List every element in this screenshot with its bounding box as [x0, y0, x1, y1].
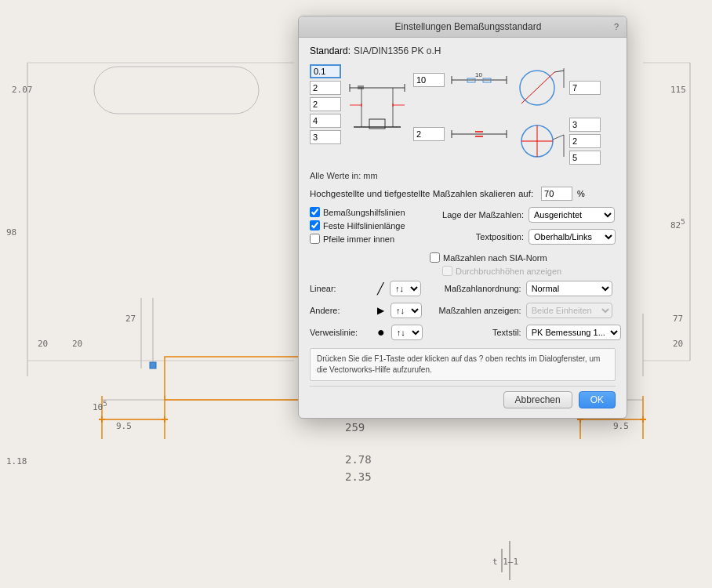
preview-input-2mid[interactable]: [413, 127, 445, 141]
bp-dim-9-5-right: 9.5: [613, 421, 629, 431]
preview-input-7[interactable]: [569, 81, 601, 95]
cb-bemassung-label[interactable]: Bemaßungshilfslinien: [323, 208, 405, 217]
bp-dim-105: 105: [93, 400, 107, 412]
dialog-title: Einstellungen Bemaßungsstandard: [322, 21, 614, 32]
standard-row: Standard: SIA/DIN1356 PK o.H: [310, 45, 616, 56]
preview-input-2a[interactable]: [310, 81, 341, 95]
textpos-row: Textposition: Oberhalb/Links Unterhalb/R…: [430, 229, 616, 245]
controls-right: Maßzahlanordnung: Normal Gestapelt Laufe…: [427, 281, 621, 343]
linear-select[interactable]: ↑↓: [390, 281, 421, 296]
lage-row: Lage der Maßzahlen: Ausgerichtet Horizon…: [430, 207, 616, 223]
preview-input-4[interactable]: [310, 114, 341, 128]
bp-dim-77: 77: [673, 314, 683, 324]
lage-label: Lage der Maßzahlen:: [430, 210, 524, 220]
diagram-middle: 10: [413, 64, 510, 146]
cb-sia-label[interactable]: Maßzahlen nach SIA-Norm: [443, 253, 547, 263]
dialog-titlebar: Einstellungen Bemaßungsstandard ?: [299, 16, 627, 38]
cb-pfeile-label[interactable]: Pfeile immer innen: [323, 234, 394, 244]
bp-dim-20-right: 20: [673, 339, 683, 349]
scale-input[interactable]: [541, 187, 572, 201]
ok-button[interactable]: OK: [579, 391, 616, 408]
cb-durch-label: Durchbruchhöhen anzeigen: [456, 267, 561, 276]
preview-input-2b[interactable]: [310, 97, 341, 111]
massordnung-label: Maßzahlanordnung:: [427, 284, 521, 293]
scale-row: Hochgestellte und tiefgestellte Maßzahle…: [310, 187, 616, 201]
andere-select[interactable]: ↑↓: [391, 303, 422, 318]
preview-input-2r[interactable]: [569, 134, 601, 148]
cb-feste-input[interactable]: [310, 220, 320, 230]
massanzeigen-select: Beide Einheiten: [526, 303, 612, 318]
dialog: Einstellungen Bemaßungsstandard ? Standa…: [298, 16, 627, 419]
bp-dim-20-left: 20: [38, 339, 48, 349]
verweislinie-icon: ●: [377, 325, 385, 339]
dialog-help-icon[interactable]: ?: [614, 22, 619, 31]
scale-label: Hochgestellte und tiefgestellte Maßzahle…: [310, 189, 533, 198]
cb-durch: Durchbruchhöhen anzeigen: [442, 266, 616, 276]
scale-percent: %: [577, 189, 585, 198]
textpos-select[interactable]: Oberhalb/Links Unterhalb/Rechts: [529, 229, 616, 245]
standard-value: SIA/DIN1356 PK o.H: [354, 45, 441, 56]
help-text: Drücken Sie die F1-Taste oder klicken au…: [310, 348, 616, 381]
controls-section: Linear: ╱ ↑↓ Andere: ▶ ↑↓ Verweislinie:: [310, 281, 616, 343]
lage-select[interactable]: Ausgerichtet Horizontal: [529, 207, 615, 223]
verweislinie-select[interactable]: ↑↓: [391, 325, 423, 340]
cancel-button[interactable]: Abbrechen: [503, 391, 572, 408]
controls-left: Linear: ╱ ↑↓ Andere: ▶ ↑↓ Verweislinie:: [310, 281, 423, 343]
button-row: Abbrechen OK: [310, 386, 616, 410]
bp-dim-235: 2.35: [345, 470, 372, 483]
cb-pfeile-input[interactable]: [310, 234, 320, 244]
preview-inputs-left: [310, 64, 341, 144]
linear-row: Linear: ╱ ↑↓: [310, 281, 423, 296]
svg-line-57: [554, 71, 564, 72]
cb-durch-input: [442, 266, 452, 276]
cb-feste: Feste Hilfslinienlänge: [310, 220, 425, 230]
textstil-row: Textstil: PK Bemessung 1... Standard: [427, 325, 621, 340]
bp-dim-20-mid: 20: [72, 339, 82, 349]
left-col: Bemaßungshilfslinien Feste Hilfslinienlä…: [310, 207, 425, 276]
massordnung-row: Maßzahlanordnung: Normal Gestapelt Laufe…: [427, 281, 621, 296]
diagram-right: [515, 64, 601, 165]
preview-area: 10: [310, 64, 616, 165]
bp-dim-98: 98: [6, 227, 16, 238]
bp-dim-9-5-left: 9.5: [116, 421, 132, 431]
two-col-section: Bemaßungshilfslinien Feste Hilfslinienlä…: [310, 207, 616, 276]
cb-sia: Maßzahlen nach SIA-Norm: [430, 252, 616, 263]
verweislinie-row: Verweislinie: ● ↑↓: [310, 325, 423, 340]
bp-dim-825: 825: [670, 218, 685, 230]
svg-line-62: [553, 135, 564, 140]
svg-line-56: [521, 72, 554, 103]
preview-input-3[interactable]: [310, 130, 341, 144]
preview-input-3r[interactable]: [569, 118, 601, 132]
bp-dim-259: 259: [345, 421, 365, 434]
preview-input-01[interactable]: [310, 64, 341, 78]
cb-sia-input[interactable]: [430, 252, 440, 263]
bp-dim-27: 27: [125, 314, 136, 324]
right-col: Lage der Maßzahlen: Ausgerichtet Horizon…: [430, 207, 616, 276]
massanzeigen-label: Maßzahlen anzeigen:: [427, 306, 521, 315]
textstil-label: Textstil:: [427, 328, 521, 337]
diagram-left: [346, 64, 409, 145]
massanzeigen-row: Maßzahlen anzeigen: Beide Einheiten: [427, 303, 621, 318]
textpos-label: Textposition:: [430, 232, 524, 241]
cb-pfeile: Pfeile immer innen: [310, 234, 425, 244]
bp-dim-207: 2.07: [12, 85, 33, 95]
preview-input-5r[interactable]: [569, 151, 601, 165]
bp-dim-278: 2.78: [345, 453, 372, 466]
cb-bemassung-input[interactable]: [310, 207, 320, 217]
bp-dim-115: 115: [670, 85, 686, 95]
linear-label: Linear:: [310, 284, 372, 293]
cb-feste-label[interactable]: Feste Hilfslinienlänge: [323, 221, 405, 230]
svg-rect-9: [94, 67, 259, 114]
preview-input-10[interactable]: [413, 73, 445, 87]
massordnung-select[interactable]: Normal Gestapelt Laufend: [526, 281, 612, 296]
andere-icon: ▶: [377, 305, 384, 316]
standard-label: Standard:: [310, 45, 351, 56]
andere-row: Andere: ▶ ↑↓: [310, 303, 423, 318]
andere-label: Andere:: [310, 306, 372, 315]
svg-text:10: 10: [475, 71, 482, 78]
textstil-select[interactable]: PK Bemessung 1... Standard: [526, 325, 621, 340]
bp-dim-t1: t 1–1: [492, 557, 518, 567]
verweislinie-label: Verweislinie:: [310, 328, 372, 337]
dialog-body: Standard: SIA/DIN1356 PK o.H: [299, 38, 627, 418]
linear-icon: ╱: [377, 282, 383, 295]
